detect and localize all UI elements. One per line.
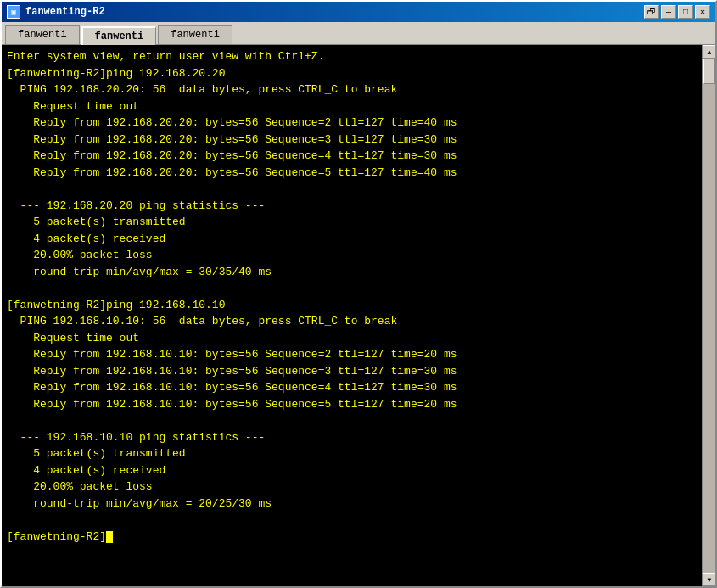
tab-1[interactable]: fanwenti [81,26,157,45]
scroll-up-button[interactable]: ▲ [703,45,715,59]
title-bar: ▣ fanwenting-R2 🗗 — □ ✕ [2,2,715,22]
tab-0[interactable]: fanwenti [5,25,80,44]
app-icon: ▣ [7,5,20,19]
scroll-down-button[interactable]: ▼ [703,573,715,586]
tab-bar: fanwenti fanwenti fanwenti [2,22,715,45]
title-controls: 🗗 — □ ✕ [644,5,710,19]
minimize-button[interactable]: — [661,5,676,19]
terminal-content[interactable]: Enter system view, return user view with… [2,45,702,586]
terminal-cursor [106,531,113,543]
close-button[interactable]: ✕ [695,5,710,19]
restore-button[interactable]: 🗗 [644,5,659,19]
title-bar-left: ▣ fanwenting-R2 [7,5,105,19]
maximize-button[interactable]: □ [678,5,693,19]
terminal-container[interactable]: Enter system view, return user view with… [2,45,715,586]
window-title: fanwenting-R2 [25,6,105,18]
main-window: ▣ fanwenting-R2 🗗 — □ ✕ fanwenti fanwent… [0,0,717,588]
tab-2[interactable]: fanwenti [158,25,232,44]
scroll-thumb[interactable] [703,59,715,84]
scrollbar[interactable]: ▲ ▼ [702,45,715,586]
scroll-track [703,59,715,573]
